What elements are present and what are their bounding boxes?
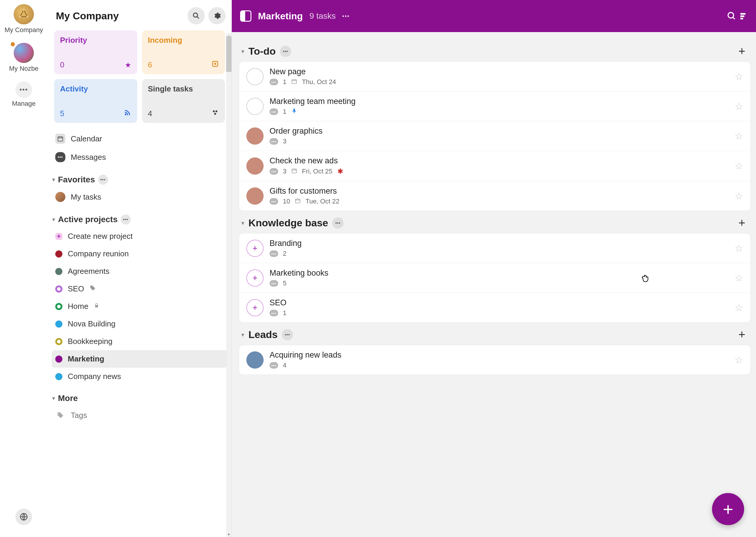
- task-body: Marketing team meeting•••1: [270, 97, 729, 115]
- project-row[interactable]: Bookkeeping: [52, 333, 227, 350]
- project-row[interactable]: Company news: [52, 368, 227, 385]
- workspace-item-manage[interactable]: ••• Manage: [12, 81, 36, 107]
- assignee-avatar[interactable]: [246, 157, 264, 175]
- task-date: Thu, Oct 24: [302, 78, 336, 86]
- star-button[interactable]: ☆: [734, 101, 743, 112]
- workspace-label: My Company: [4, 26, 43, 34]
- star-button[interactable]: ☆: [734, 130, 743, 142]
- task-body: Marketing books•••5: [270, 268, 729, 287]
- group-title: To-do: [248, 45, 276, 57]
- comments-icon: •••: [270, 168, 278, 175]
- group-header[interactable]: ▾ To-do ••• +: [239, 39, 751, 62]
- more-icon[interactable]: •••: [282, 329, 293, 340]
- add-task-button[interactable]: +: [735, 216, 748, 229]
- star-button[interactable]: ☆: [734, 272, 743, 284]
- svg-rect-16: [292, 80, 296, 83]
- card-incoming[interactable]: Incoming 6: [142, 30, 225, 74]
- task-date: Tue, Oct 22: [305, 197, 339, 205]
- main-panel: Marketing 9 tasks ••• ▾ To-do ••• +New p…: [232, 0, 756, 537]
- add-task-button[interactable]: +: [735, 45, 748, 58]
- project-row[interactable]: Company reunion: [52, 245, 227, 263]
- group-header[interactable]: ▾ Leads ••• +: [239, 322, 751, 345]
- task-row[interactable]: Acquiring new leads•••4☆: [239, 345, 750, 375]
- nav-messages[interactable]: ••• Messages: [52, 148, 227, 166]
- nav-tags[interactable]: Tags: [52, 406, 227, 425]
- more-icon[interactable]: •••: [98, 175, 108, 185]
- messages-icon: •••: [55, 152, 66, 162]
- workspace-item-company[interactable]: My Company: [4, 4, 43, 34]
- project-color-icon: [55, 355, 63, 363]
- assignee-avatar[interactable]: [246, 187, 264, 205]
- section-more-header[interactable]: ▾ More: [52, 385, 227, 406]
- task-row[interactable]: New page•••1Thu, Oct 24☆: [239, 62, 750, 92]
- section-active-projects-header[interactable]: ▾ Active projects •••: [52, 206, 227, 227]
- comments-count: 5: [283, 279, 287, 287]
- task-checkbox[interactable]: [246, 68, 264, 85]
- globe-icon[interactable]: [16, 509, 32, 525]
- create-new-project[interactable]: + Create new project: [52, 227, 227, 245]
- task-row[interactable]: Marketing team meeting•••1☆: [239, 92, 750, 121]
- comments-count: 4: [283, 361, 287, 369]
- project-label: Marketing: [68, 354, 104, 363]
- comments-count: 1: [283, 78, 287, 86]
- settings-button[interactable]: [208, 7, 226, 24]
- assignee-avatar[interactable]: [246, 351, 264, 369]
- gear-icon: [213, 12, 221, 20]
- project-row[interactable]: Marketing: [52, 350, 227, 368]
- project-row[interactable]: SEO: [52, 280, 227, 298]
- star-button[interactable]: ☆: [734, 160, 743, 172]
- workspace-item-nozbe[interactable]: My Nozbe: [9, 43, 38, 72]
- task-row[interactable]: Check the new ads•••3Fri, Oct 25✱☆: [239, 151, 750, 181]
- card-title: Activity: [60, 84, 131, 94]
- user-avatar: [55, 192, 66, 202]
- priority-flag-icon: ✱: [337, 167, 343, 176]
- star-button[interactable]: ☆: [734, 190, 743, 202]
- filter-button[interactable]: [727, 11, 748, 21]
- assignee-avatar[interactable]: [246, 127, 264, 145]
- project-row[interactable]: Nova Building: [52, 315, 227, 333]
- card-activity[interactable]: Activity 5: [54, 79, 137, 123]
- add-task-button[interactable]: +: [735, 328, 748, 341]
- svg-point-2: [19, 16, 21, 18]
- task-row[interactable]: +SEO•••1☆: [239, 293, 750, 322]
- task-meta: •••5: [270, 279, 729, 287]
- comments-icon: •••: [270, 79, 278, 85]
- group-header[interactable]: ▾ Knowledge base ••• +: [239, 211, 751, 233]
- add-subtask-icon[interactable]: +: [246, 299, 264, 316]
- card-priority[interactable]: Priority 0 ★: [54, 30, 137, 74]
- add-subtask-icon[interactable]: +: [246, 240, 264, 257]
- more-icon[interactable]: •••: [332, 218, 343, 229]
- task-row[interactable]: +Marketing books•••5☆: [239, 263, 750, 293]
- add-task-fab[interactable]: +: [712, 493, 744, 525]
- card-single-tasks[interactable]: Single tasks 4: [142, 79, 225, 123]
- task-title: Branding: [270, 239, 729, 248]
- calendar-icon: [291, 78, 297, 86]
- more-icon[interactable]: •••: [121, 215, 131, 225]
- favorite-my-tasks[interactable]: My tasks: [52, 188, 227, 206]
- star-button[interactable]: ☆: [734, 302, 743, 313]
- sidebar-toggle-icon[interactable]: [240, 10, 251, 22]
- add-subtask-icon[interactable]: +: [246, 269, 264, 287]
- star-button[interactable]: ☆: [734, 354, 743, 366]
- card-title: Single tasks: [148, 84, 219, 94]
- svg-rect-13: [740, 13, 745, 15]
- star-button[interactable]: ☆: [734, 71, 743, 82]
- more-icon[interactable]: •••: [342, 13, 350, 19]
- card-title: Incoming: [148, 36, 219, 45]
- card-title: Priority: [60, 36, 131, 45]
- nav-calendar[interactable]: Calendar: [52, 130, 227, 148]
- tag-icon: [89, 285, 96, 293]
- task-checkbox[interactable]: [246, 98, 264, 115]
- project-label: Home: [68, 302, 88, 311]
- project-row[interactable]: Home: [52, 298, 227, 315]
- task-row[interactable]: +Branding•••2☆: [239, 233, 750, 263]
- project-color-icon: [55, 320, 63, 328]
- project-row[interactable]: Agreements: [52, 263, 227, 280]
- section-favorites-header[interactable]: ▾ Favorites •••: [52, 166, 227, 188]
- task-row[interactable]: Gifts for customers•••10Tue, Oct 22☆: [239, 181, 750, 211]
- star-button[interactable]: ☆: [734, 243, 743, 254]
- task-row[interactable]: Order graphics•••3☆: [239, 121, 750, 151]
- more-icon[interactable]: •••: [280, 46, 291, 57]
- search-button[interactable]: [188, 7, 205, 24]
- project-label: Company reunion: [68, 249, 129, 258]
